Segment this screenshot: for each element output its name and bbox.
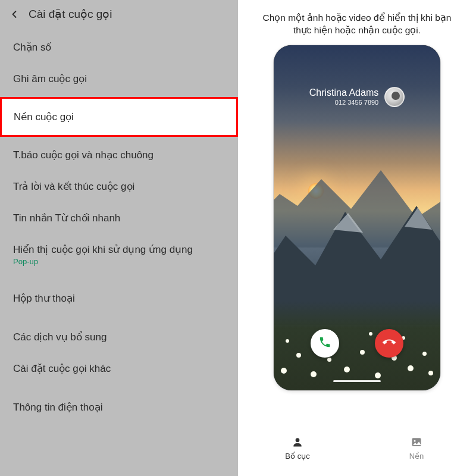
settings-item-label: Cài đặt cuộc gọi khác: [13, 363, 111, 374]
image-icon: [410, 436, 423, 449]
settings-item-call-background[interactable]: Nền cuộc gọi: [0, 97, 238, 137]
settings-item-ringtones[interactable]: T.báo cuộc gọi và nhạc chuông: [0, 139, 238, 171]
svg-point-6: [414, 440, 416, 441]
caller-number: 012 3456 7890: [309, 99, 379, 106]
settings-item-label: Tin nhắn Từ chối nhanh: [13, 212, 120, 224]
settings-item-label: Chặn số: [13, 42, 51, 53]
settings-item-call-recording[interactable]: Ghi âm cuộc gọi: [0, 63, 238, 95]
home-indicator[interactable]: [333, 380, 381, 382]
phone-decline-icon: [383, 336, 396, 351]
settings-item-label: Trả lời và kết thúc cuộc gọi: [13, 181, 134, 192]
background-panel: Chọn một ảnh hoặc video để hiển thị khi …: [238, 0, 476, 476]
instruction-text: Chọn một ảnh hoặc video để hiển thị khi …: [238, 0, 476, 45]
phone-accept-icon: [318, 336, 331, 351]
settings-item-block-numbers[interactable]: Chặn số: [0, 32, 238, 63]
avatar: [384, 87, 405, 107]
settings-list: Chặn số Ghi âm cuộc gọi Nền cuộc gọi T.b…: [0, 28, 238, 423]
nav-label: Nền: [409, 452, 424, 461]
nav-label: Bố cục: [285, 452, 309, 461]
decline-call-button[interactable]: [375, 329, 403, 358]
settings-item-sublabel: Pop-up: [13, 257, 225, 266]
settings-item-quick-decline[interactable]: Tin nhắn Từ chối nhanh: [0, 202, 238, 234]
phone-preview[interactable]: Christina Adams 012 3456 7890: [274, 45, 440, 390]
caller-name: Christina Adams: [309, 87, 379, 98]
nav-background[interactable]: Nền: [357, 436, 476, 461]
svg-point-4: [296, 438, 300, 442]
settings-item-voicemail[interactable]: Hộp thư thoại: [0, 283, 238, 314]
accept-call-button[interactable]: [311, 329, 339, 358]
settings-item-supplementary[interactable]: Các dịch vụ bổ sung: [0, 321, 238, 353]
svg-marker-2: [333, 213, 363, 233]
bottom-nav: Bố cục Nền: [238, 430, 476, 476]
settings-item-answer-end[interactable]: Trả lời và kết thúc cuộc gọi: [0, 171, 238, 202]
settings-header: Cài đặt cuộc gọi: [0, 0, 238, 28]
person-icon: [291, 436, 304, 449]
page-title: Cài đặt cuộc gọi: [29, 7, 112, 21]
nav-layout[interactable]: Bố cục: [238, 436, 357, 461]
settings-item-other-call[interactable]: Cài đặt cuộc gọi khác: [0, 353, 238, 384]
settings-item-call-display[interactable]: Hiển thị cuộc gọi khi sử dụng ứng dụng P…: [0, 234, 238, 275]
caller-info: Christina Adams 012 3456 7890: [274, 87, 440, 107]
settings-item-label: Thông tin điện thoại: [13, 402, 102, 413]
settings-item-label: Các dịch vụ bổ sung: [13, 331, 107, 343]
settings-item-label: Ghi âm cuộc gọi: [13, 73, 87, 84]
call-buttons: [274, 329, 440, 358]
settings-item-phone-info[interactable]: Thông tin điện thoại: [0, 392, 238, 423]
settings-panel: Cài đặt cuộc gọi Chặn số Ghi âm cuộc gọi…: [0, 0, 238, 476]
settings-item-label: Hiển thị cuộc gọi khi sử dụng ứng dụng: [13, 244, 193, 255]
settings-item-label: Nền cuộc gọi: [14, 111, 74, 123]
settings-item-label: Hộp thư thoại: [13, 293, 75, 304]
settings-item-label: T.báo cuộc gọi và nhạc chuông: [13, 149, 154, 161]
back-icon[interactable]: [8, 8, 20, 20]
